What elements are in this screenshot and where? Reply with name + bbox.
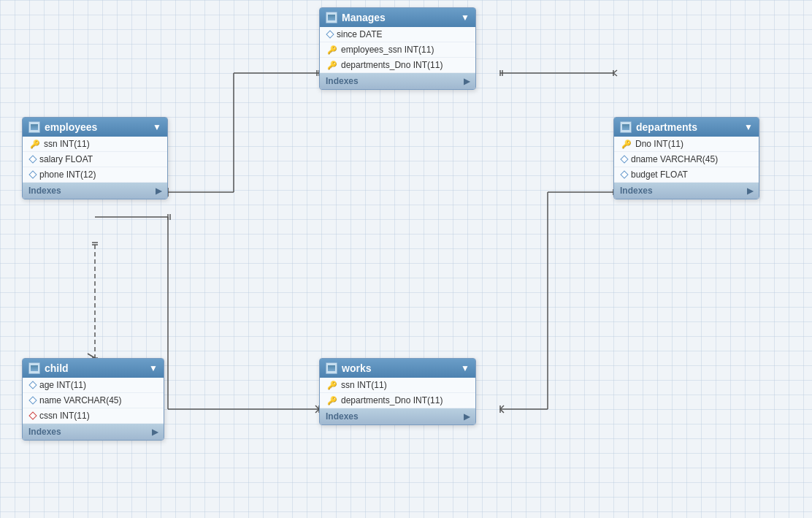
child-name-field: name VARCHAR(45) bbox=[39, 395, 121, 405]
employees-indexes-label: Indexes bbox=[28, 186, 61, 196]
child-field-cssn: cssn INT(11) bbox=[23, 408, 164, 424]
manages-header[interactable]: Manages ▼ bbox=[320, 8, 475, 27]
departments-dno-field: Dno INT(11) bbox=[635, 139, 683, 149]
works-dno-field: departments_Dno INT(11) bbox=[341, 395, 443, 405]
employees-header[interactable]: employees ▼ bbox=[23, 118, 167, 137]
manages-indexes-arrow: ▶ bbox=[464, 77, 470, 86]
key-icon: 🔑 bbox=[327, 396, 337, 405]
departments-title: departments bbox=[636, 121, 697, 133]
manages-title: Manages bbox=[342, 12, 386, 23]
child-table: child ▼ age INT(11) name VARCHAR(45) css… bbox=[22, 358, 164, 441]
employees-indexes-arrow: ▶ bbox=[156, 186, 161, 196]
diamond-icon bbox=[28, 155, 37, 163]
child-indexes-arrow: ▶ bbox=[152, 427, 158, 437]
child-age-field: age INT(11) bbox=[39, 380, 86, 390]
employees-field-phone: phone INT(12) bbox=[23, 167, 167, 183]
key-icon: 🔑 bbox=[621, 140, 632, 149]
departments-field-dno: 🔑 Dno INT(11) bbox=[614, 137, 759, 152]
departments-indexes-label: Indexes bbox=[620, 186, 653, 196]
employees-icon bbox=[28, 121, 40, 133]
svg-line-29 bbox=[500, 405, 504, 409]
employees-table: employees ▼ 🔑 ssn INT(11) salary FLOAT p… bbox=[22, 117, 168, 199]
child-header[interactable]: child ▼ bbox=[23, 359, 164, 378]
works-indexes[interactable]: Indexes ▶ bbox=[320, 408, 475, 424]
manages-dropdown-icon[interactable]: ▼ bbox=[461, 12, 470, 23]
manages-essn-field: employees_ssn INT(11) bbox=[341, 45, 434, 55]
manages-indexes[interactable]: Indexes ▶ bbox=[320, 73, 475, 89]
key-icon: 🔑 bbox=[327, 45, 337, 55]
manages-field-since: since DATE bbox=[320, 27, 475, 42]
departments-field-budget: budget FLOAT bbox=[614, 167, 759, 183]
svg-line-14 bbox=[613, 73, 617, 76]
manages-since-field: since DATE bbox=[337, 29, 382, 39]
departments-header[interactable]: departments ▼ bbox=[614, 118, 759, 137]
employees-field-salary: salary FLOAT bbox=[23, 152, 167, 167]
manages-field-dno: 🔑 departments_Dno INT(11) bbox=[320, 58, 475, 73]
child-indexes[interactable]: Indexes ▶ bbox=[23, 424, 164, 440]
employees-title: employees bbox=[45, 121, 97, 133]
manages-table: Manages ▼ since DATE 🔑 employees_ssn INT… bbox=[319, 7, 476, 90]
child-icon bbox=[28, 362, 40, 374]
works-field-ssn: 🔑 ssn INT(11) bbox=[320, 378, 475, 393]
departments-dname-field: dname VARCHAR(45) bbox=[631, 154, 718, 164]
key-icon: 🔑 bbox=[327, 381, 337, 390]
employees-field-ssn: 🔑 ssn INT(11) bbox=[23, 137, 167, 152]
diamond-icon bbox=[28, 396, 37, 404]
manages-icon bbox=[326, 12, 337, 23]
diamond-icon bbox=[620, 155, 628, 163]
departments-indexes[interactable]: Indexes ▶ bbox=[614, 183, 759, 199]
manages-indexes-label: Indexes bbox=[326, 76, 359, 86]
child-cssn-field: cssn INT(11) bbox=[39, 411, 90, 421]
departments-icon bbox=[620, 121, 632, 133]
svg-line-30 bbox=[500, 409, 504, 413]
child-title: child bbox=[45, 362, 69, 374]
employees-ssn-field: ssn INT(11) bbox=[44, 139, 90, 149]
diamond-icon bbox=[620, 170, 628, 178]
departments-indexes-arrow: ▶ bbox=[747, 186, 753, 196]
departments-budget-field: budget FLOAT bbox=[631, 170, 688, 180]
diamond-icon bbox=[28, 381, 37, 389]
works-indexes-label: Indexes bbox=[326, 411, 359, 422]
key-icon: 🔑 bbox=[30, 140, 40, 149]
works-header[interactable]: works ▼ bbox=[320, 359, 475, 378]
works-table: works ▼ 🔑 ssn INT(11) 🔑 departments_Dno … bbox=[319, 358, 476, 425]
svg-line-13 bbox=[613, 70, 617, 73]
employees-salary-field: salary FLOAT bbox=[39, 154, 93, 164]
departments-dropdown-icon[interactable]: ▼ bbox=[744, 122, 753, 132]
employees-phone-field: phone INT(12) bbox=[39, 170, 96, 180]
works-dropdown-icon[interactable]: ▼ bbox=[461, 363, 470, 373]
diamond-red-icon bbox=[28, 411, 37, 419]
works-icon bbox=[326, 362, 337, 374]
child-dropdown-icon[interactable]: ▼ bbox=[149, 363, 158, 373]
manages-dno-field: departments_Dno INT(11) bbox=[341, 60, 443, 70]
child-indexes-label: Indexes bbox=[28, 427, 61, 437]
child-field-name: name VARCHAR(45) bbox=[23, 393, 164, 408]
works-ssn-field: ssn INT(11) bbox=[341, 380, 387, 390]
employees-dropdown-icon[interactable]: ▼ bbox=[153, 122, 161, 132]
works-title: works bbox=[342, 362, 371, 374]
diamond-icon bbox=[28, 170, 37, 178]
employees-indexes[interactable]: Indexes ▶ bbox=[23, 183, 167, 199]
works-indexes-arrow: ▶ bbox=[464, 412, 470, 422]
departments-table: departments ▼ 🔑 Dno INT(11) dname VARCHA… bbox=[613, 117, 759, 199]
works-field-dno: 🔑 departments_Dno INT(11) bbox=[320, 393, 475, 408]
child-field-age: age INT(11) bbox=[23, 378, 164, 393]
key-icon: 🔑 bbox=[327, 61, 337, 70]
diamond-icon bbox=[326, 30, 334, 38]
manages-field-essn: 🔑 employees_ssn INT(11) bbox=[320, 42, 475, 58]
departments-field-dname: dname VARCHAR(45) bbox=[614, 152, 759, 167]
